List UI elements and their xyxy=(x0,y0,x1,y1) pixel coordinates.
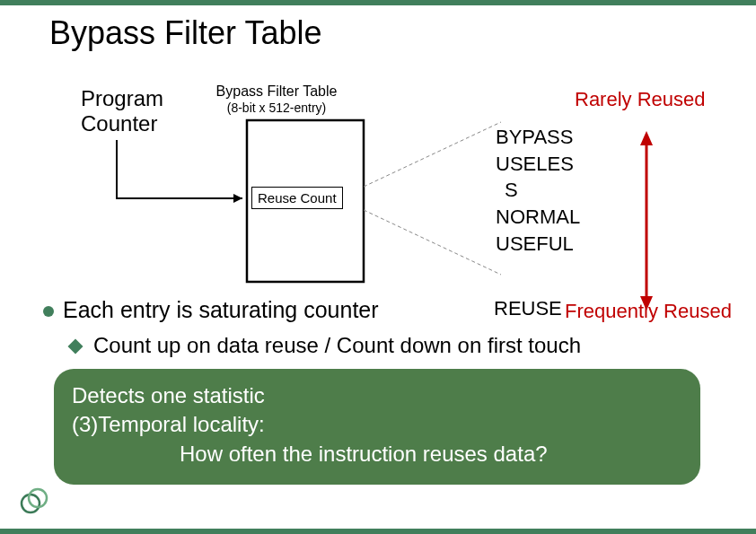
state-normal: NORMAL xyxy=(496,204,580,231)
reuse-word: REUSE xyxy=(494,297,562,320)
bullet-icon xyxy=(43,306,54,317)
main-bullet-text: Each entry is saturating counter xyxy=(63,297,379,323)
state-useful: USEFUL xyxy=(496,231,580,258)
state-useless-2: S xyxy=(496,177,580,204)
sub-bullet-text: Count up on data reuse / Count down on f… xyxy=(93,333,581,358)
diamond-icon xyxy=(68,339,84,355)
green-line1: Detects one statistic xyxy=(72,381,682,410)
pc-arrowhead xyxy=(233,194,242,203)
dashed-top xyxy=(364,122,501,187)
red-arrowhead-up xyxy=(640,131,653,145)
state-bypass: BYPASS xyxy=(496,124,580,151)
logo-icon xyxy=(18,486,48,516)
green-line2: (3)Temporal locality: xyxy=(72,410,682,439)
frequently-reused-label: Frequently Reused xyxy=(565,300,732,323)
rarely-reused-label: Rarely Reused xyxy=(575,88,706,111)
green-callout: Detects one statistic (3)Temporal locali… xyxy=(54,369,700,485)
sub-bullet: Count up on data reuse / Count down on f… xyxy=(70,333,734,358)
reuse-count-label: Reuse Count xyxy=(251,187,343,209)
green-line3: How often the instruction reuses data? xyxy=(72,440,682,468)
state-useless-1: USELES xyxy=(496,151,580,178)
slide: Bypass Filter Table Program Counter Bypa… xyxy=(0,0,756,534)
dashed-bottom xyxy=(364,210,501,275)
pc-arrow-path xyxy=(117,140,242,198)
states-list: BYPASS USELES S NORMAL USEFUL xyxy=(496,124,580,257)
